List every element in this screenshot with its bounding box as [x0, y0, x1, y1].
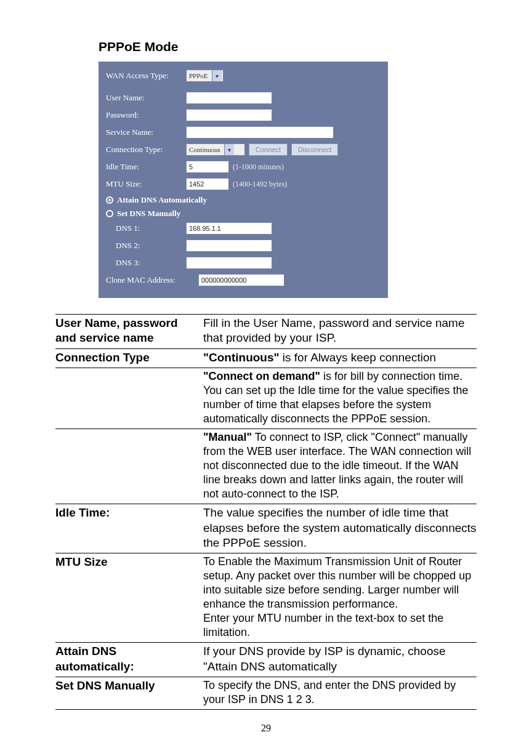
table-term: Attain DNS automatically:: [55, 643, 202, 677]
dns1-label: DNS 1:: [106, 223, 186, 233]
table-row: Connection Type"Continuous" is for Alway…: [55, 348, 477, 368]
idle-time-input[interactable]: [186, 161, 229, 173]
user-name-label: User Name:: [106, 93, 186, 103]
table-definition: "Connect on demand" is for bill by conne…: [202, 368, 477, 428]
table-definition: To specify the DNS, and enter the DNS pr…: [202, 677, 477, 709]
table-definition: If your DNS provide by ISP is dynamic, c…: [202, 643, 477, 677]
service-name-label: Service Name:: [106, 127, 186, 137]
dns3-label: DNS 3:: [106, 258, 186, 268]
table-definition: The value specifies the number of idle t…: [202, 504, 477, 553]
password-label: Password:: [106, 110, 186, 120]
table-term: Set DNS Manually: [55, 677, 202, 709]
wan-access-type-select[interactable]: PPPoE ▾: [186, 70, 224, 82]
attain-dns-label: Attain DNS Automatically: [117, 195, 207, 205]
table-row: "Connect on demand" is for bill by conne…: [55, 368, 477, 428]
table-term: Connection Type: [55, 349, 202, 368]
radio-icon: [106, 210, 113, 217]
wan-access-type-label: WAN Access Type:: [106, 71, 186, 81]
table-definition: "Continuous" is for Always keep connecti…: [202, 349, 477, 368]
pppoe-config-panel: WAN Access Type: PPPoE ▾ User Name: Pass…: [99, 62, 388, 298]
wan-access-type-value: PPPoE: [189, 72, 208, 79]
definition-lead: "Connect on demand": [203, 370, 320, 382]
table-definition: To Enable the Maximum Transmission Unit …: [202, 553, 477, 642]
password-input[interactable]: [186, 109, 272, 121]
table-row: "Manual" To connect to ISP, click "Conne…: [55, 428, 477, 504]
table-term: MTU Size: [55, 553, 202, 642]
section-heading: PPPoE Mode: [99, 39, 477, 54]
clone-mac-input[interactable]: [198, 274, 284, 286]
table-term: Idle Time:: [55, 504, 202, 553]
connect-button[interactable]: Connect: [249, 143, 288, 156]
clone-mac-label: Clone MAC Address:: [106, 275, 198, 285]
attain-dns-radio-row[interactable]: Attain DNS Automatically: [106, 193, 381, 207]
mtu-size-label: MTU Size:: [106, 179, 186, 189]
definition-lead: "Manual": [203, 431, 252, 443]
chevron-down-icon: ▾: [224, 144, 234, 155]
set-dns-radio-row[interactable]: Set DNS Manually: [106, 207, 381, 220]
connection-type-select[interactable]: Continuous ▾: [186, 143, 245, 156]
table-row: Idle Time:The value specifies the number…: [55, 504, 477, 553]
disconnect-button[interactable]: Disconnect: [291, 143, 338, 156]
table-definition: "Manual" To connect to ISP, click "Conne…: [202, 429, 477, 504]
mtu-size-input[interactable]: [186, 178, 229, 190]
table-row: User Name, password and service nameFill…: [55, 314, 477, 348]
dns2-input[interactable]: [186, 239, 272, 252]
radio-icon: [106, 196, 113, 204]
connection-type-label: Connection Type:: [106, 145, 186, 155]
user-name-input[interactable]: [186, 92, 272, 104]
table-row: Attain DNS automatically:If your DNS pro…: [55, 642, 477, 677]
definition-lead: "Continuous": [203, 351, 280, 364]
dns2-label: DNS 2:: [106, 241, 186, 251]
table-term: User Name, password and service name: [55, 315, 202, 348]
page-number: 29: [0, 723, 532, 734]
table-row: Set DNS ManuallyTo specify the DNS, and …: [55, 677, 477, 710]
table-definition: Fill in the User Name, password and serv…: [202, 315, 477, 348]
dns1-input[interactable]: [186, 222, 272, 235]
table-row: MTU SizeTo Enable the Maximum Transmissi…: [55, 553, 477, 642]
service-name-input[interactable]: [186, 126, 334, 139]
table-term: [55, 429, 202, 504]
idle-time-label: Idle Time:: [106, 162, 186, 172]
idle-time-note: (1-1000 minutes): [233, 163, 284, 172]
table-term: [55, 368, 202, 428]
set-dns-label: Set DNS Manually: [117, 209, 180, 219]
mtu-size-note: (1400-1492 bytes): [233, 180, 287, 189]
dns3-input[interactable]: [186, 257, 272, 269]
connection-type-value: Continuous: [189, 146, 220, 153]
chevron-down-icon: ▾: [212, 70, 222, 81]
description-table: User Name, password and service nameFill…: [55, 314, 477, 710]
